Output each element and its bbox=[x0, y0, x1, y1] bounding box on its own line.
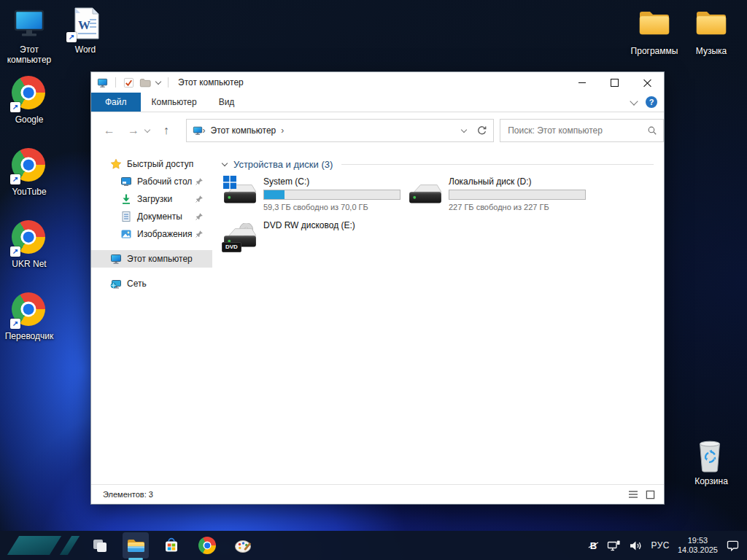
sidebar-item-quick-access[interactable]: Быстрый доступ bbox=[91, 155, 212, 173]
pin-icon[interactable] bbox=[195, 177, 204, 186]
drive-item-e[interactable]: DVD DVD RW дисковод (E:) bbox=[222, 220, 408, 252]
desktop-icon-label: Этот компьютер bbox=[1, 44, 58, 65]
customize-quick-access-icon[interactable] bbox=[155, 78, 161, 84]
chrome-button[interactable] bbox=[194, 532, 220, 559]
navigation-toolbar: ← → ↑ › Этот компьютер › bbox=[91, 112, 664, 149]
notification-center-icon[interactable] bbox=[726, 540, 740, 552]
search-icon[interactable] bbox=[647, 125, 657, 136]
task-view-button[interactable] bbox=[87, 532, 113, 559]
breadcrumb-item[interactable]: Этот компьютер bbox=[211, 125, 276, 136]
chevron-right-icon: › bbox=[203, 125, 206, 136]
sidebar-item-documents[interactable]: Документы bbox=[91, 208, 212, 225]
taskbar-buttons bbox=[87, 532, 256, 559]
view-switcher bbox=[628, 490, 655, 499]
desktop-icon-label: YouTube bbox=[12, 187, 46, 197]
details-view-icon[interactable] bbox=[628, 490, 638, 499]
ribbon-controls: ? bbox=[631, 93, 657, 112]
sidebar-item-pictures[interactable]: Изображения bbox=[91, 225, 212, 243]
this-pc-icon bbox=[12, 6, 47, 41]
computer-icon bbox=[110, 253, 122, 265]
taskbar-corner-logo bbox=[10, 536, 83, 555]
drive-name: Локальный диск (D:) bbox=[449, 176, 586, 187]
clock-time: 19:53 bbox=[678, 536, 718, 545]
capacity-bar-fill bbox=[264, 190, 285, 199]
group-title: Устройства и диски (3) bbox=[233, 159, 333, 170]
breadcrumb: › Этот компьютер › bbox=[203, 125, 462, 136]
divider bbox=[168, 77, 169, 88]
close-button[interactable] bbox=[631, 72, 664, 93]
language-indicator[interactable]: РУС bbox=[651, 540, 670, 551]
minimize-button[interactable] bbox=[565, 72, 598, 93]
desktop-icon-translator[interactable]: ↗ Переводчик bbox=[1, 292, 58, 341]
sidebar-item-network[interactable]: Сеть bbox=[91, 275, 212, 292]
collapse-group-icon[interactable] bbox=[222, 160, 228, 166]
desktop-icon-recycle-bin[interactable]: Корзина bbox=[683, 438, 740, 486]
file-explorer-window: Этот компьютер Файл Компьютер Вид ? ← → … bbox=[90, 71, 665, 505]
group-header[interactable]: Устройства и диски (3) bbox=[222, 159, 657, 170]
group-divider bbox=[341, 164, 654, 165]
items-count: Элементов: 3 bbox=[103, 490, 153, 499]
paint-button[interactable] bbox=[230, 532, 256, 559]
pin-icon[interactable] bbox=[195, 195, 204, 203]
drive-name: DVD RW дисковод (E:) bbox=[263, 220, 355, 231]
pin-icon[interactable] bbox=[195, 212, 204, 221]
desktop: { "desktop": { "icons": [ {"id":"this-pc… bbox=[0, 0, 747, 560]
search-input[interactable] bbox=[506, 125, 647, 136]
sidebar-item-label: Быстрый доступ bbox=[127, 159, 193, 169]
desktop-icon-youtube[interactable]: ↗ YouTube bbox=[1, 148, 58, 197]
recent-locations-icon[interactable] bbox=[144, 126, 150, 132]
desktop-icon-programs[interactable]: Программы bbox=[626, 7, 683, 56]
shortcut-arrow-icon: ↗ bbox=[10, 102, 20, 112]
drive-item-c[interactable]: System (C:) 59,3 ГБ свободно из 70,0 ГБ bbox=[222, 176, 408, 211]
collapse-ribbon-icon[interactable] bbox=[630, 97, 638, 105]
sidebar-item-downloads[interactable]: Загрузки bbox=[91, 190, 212, 208]
sidebar-item-label: Загрузки bbox=[137, 194, 172, 204]
address-bar[interactable]: › Этот компьютер › bbox=[186, 119, 495, 142]
volume-icon[interactable] bbox=[629, 540, 643, 552]
tab-view[interactable]: Вид bbox=[208, 93, 246, 112]
minimize-icon bbox=[578, 82, 586, 83]
file-explorer-button[interactable] bbox=[123, 532, 149, 559]
desktop-icon-ukr-net[interactable]: ↗ UKR Net bbox=[1, 220, 58, 269]
drives-row: DVD DVD RW дисковод (E:) bbox=[222, 220, 657, 252]
desktop-icon-this-pc[interactable]: Этот компьютер bbox=[1, 6, 58, 65]
drive-item-d[interactable]: Локальный диск (D:) 227 ГБ свободно из 2… bbox=[408, 176, 593, 211]
dvd-badge: DVD bbox=[222, 242, 241, 252]
chevron-right-icon: › bbox=[281, 125, 284, 136]
desktop-icon-music[interactable]: Музыка bbox=[683, 7, 740, 56]
b-app-icon[interactable]: B bbox=[587, 540, 599, 551]
taskbar: B РУС 19:53 14.03.2025 bbox=[0, 531, 747, 560]
refresh-icon[interactable] bbox=[476, 125, 487, 136]
pin-icon[interactable] bbox=[195, 230, 204, 238]
window-titlebar[interactable]: Этот компьютер bbox=[91, 72, 664, 93]
sidebar-item-desktop[interactable]: Рабочий стол bbox=[91, 173, 212, 190]
tab-computer[interactable]: Компьютер bbox=[141, 93, 208, 112]
search-box[interactable] bbox=[500, 119, 664, 142]
properties-button-icon[interactable] bbox=[123, 77, 134, 88]
computer-icon bbox=[193, 125, 203, 136]
tab-file[interactable]: Файл bbox=[91, 93, 141, 112]
computer-icon bbox=[97, 77, 108, 88]
microsoft-store-button[interactable] bbox=[158, 532, 185, 559]
help-button[interactable]: ? bbox=[646, 96, 657, 108]
desktop-icon-google[interactable]: ↗ Google bbox=[1, 76, 58, 125]
sidebar-item-this-pc[interactable]: Этот компьютер bbox=[91, 250, 212, 268]
back-button[interactable]: ← bbox=[101, 125, 117, 136]
desktop-icon-label: Корзина bbox=[694, 476, 728, 486]
up-button[interactable]: ↑ bbox=[158, 125, 174, 136]
new-folder-button-icon[interactable] bbox=[139, 78, 151, 88]
divider bbox=[115, 77, 116, 88]
close-icon bbox=[643, 79, 651, 87]
forward-button[interactable]: → bbox=[125, 125, 141, 136]
clock[interactable]: 19:53 14.03.2025 bbox=[678, 536, 718, 555]
address-dropdown-icon[interactable] bbox=[461, 126, 467, 132]
window-body: Быстрый доступ Рабочий стол Загрузки Док… bbox=[91, 149, 664, 484]
quick-access-toolbar bbox=[97, 77, 171, 88]
spacer bbox=[91, 268, 212, 275]
maximize-button[interactable] bbox=[598, 72, 631, 93]
ethernet-icon[interactable] bbox=[607, 540, 621, 552]
desktop-icon-word[interactable]: W ↗ Word bbox=[57, 6, 114, 55]
downloads-icon bbox=[120, 193, 132, 205]
drive-name: System (C:) bbox=[263, 176, 400, 187]
thumbnails-view-icon[interactable] bbox=[646, 490, 655, 499]
